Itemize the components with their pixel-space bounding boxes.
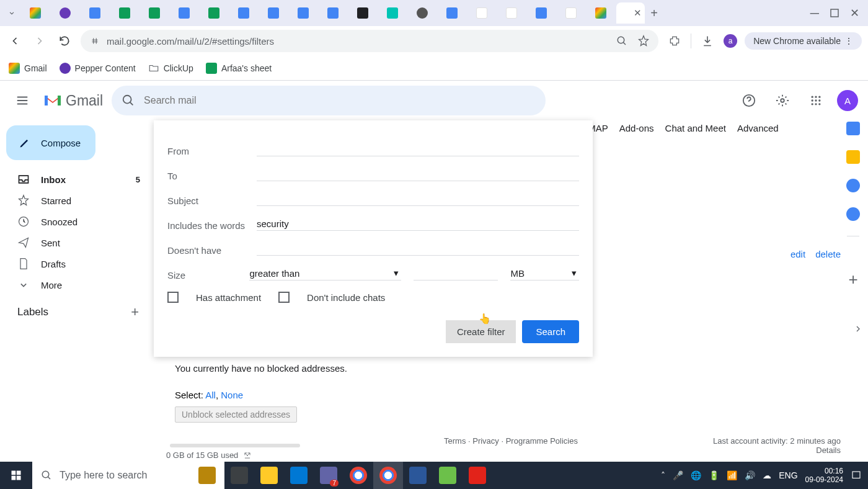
tab-15[interactable]: [438, 2, 466, 24]
sidebar-drafts[interactable]: Drafts: [6, 253, 148, 274]
contacts-icon[interactable]: [846, 207, 860, 221]
filter-edit-link[interactable]: edit: [790, 249, 805, 259]
filter-delete-link[interactable]: delete: [815, 249, 841, 259]
downloads-icon[interactable]: [699, 32, 716, 50]
tab-addons[interactable]: Add-ons: [619, 123, 654, 133]
tab-19[interactable]: [557, 2, 585, 24]
calendar-icon[interactable]: [846, 122, 860, 135]
subject-input[interactable]: [257, 192, 579, 206]
site-info-icon[interactable]: [89, 35, 100, 47]
account-avatar[interactable]: A: [837, 90, 858, 111]
size-operator-select[interactable]: greater than▾: [249, 267, 401, 280]
tab-chat[interactable]: Chat and Meet: [665, 123, 726, 133]
includes-input[interactable]: [257, 217, 579, 231]
tab-gmail[interactable]: [21, 2, 50, 24]
wifi-icon[interactable]: 📶: [727, 470, 737, 480]
word-icon[interactable]: [403, 462, 433, 489]
sidebar-inbox[interactable]: Inbox 5: [6, 169, 148, 190]
unblock-button[interactable]: Unblock selected addresses: [175, 406, 297, 423]
tab-6[interactable]: [170, 2, 198, 24]
bookmark-star-icon[interactable]: [637, 35, 650, 47]
expand-panel-icon[interactable]: [853, 324, 863, 334]
profile-avatar[interactable]: a: [724, 34, 737, 48]
has-attachment-checkbox[interactable]: [167, 292, 179, 303]
tab-20[interactable]: [587, 2, 615, 24]
add-panel-icon[interactable]: +: [848, 270, 857, 289]
tab-14[interactable]: [408, 2, 436, 24]
select-all-link[interactable]: All: [205, 390, 216, 400]
tab-7[interactable]: [200, 2, 228, 24]
gear-icon[interactable]: [770, 88, 795, 113]
help-icon[interactable]: [737, 88, 761, 113]
chrome-icon[interactable]: [343, 462, 373, 489]
chrome-icon-2[interactable]: [373, 462, 403, 489]
new-chrome-chip[interactable]: New Chrome available ⋮: [745, 32, 862, 50]
sidebar-sent[interactable]: Sent: [6, 232, 148, 253]
close-icon[interactable]: ✕: [634, 7, 642, 19]
search-input[interactable]: [144, 95, 536, 106]
select-none-link[interactable]: None: [221, 390, 243, 400]
globe-icon[interactable]: 🌐: [691, 470, 701, 480]
window-minimize[interactable]: ─: [810, 6, 819, 20]
outlook-icon[interactable]: [284, 462, 314, 489]
tab-11[interactable]: [319, 2, 347, 24]
teams-icon[interactable]: 7: [314, 462, 343, 489]
tray-overflow-icon[interactable]: ˄: [661, 470, 665, 480]
apps-grid-icon[interactable]: [804, 88, 828, 113]
start-button[interactable]: [0, 462, 32, 489]
details-link[interactable]: Details: [713, 446, 841, 455]
sidebar-more[interactable]: More: [6, 274, 148, 295]
tab-16[interactable]: [467, 2, 496, 24]
clock[interactable]: 00:16 09-09-2024: [805, 467, 843, 485]
recorder-icon[interactable]: [463, 462, 492, 489]
tab-10[interactable]: [289, 2, 317, 24]
keep-icon[interactable]: [846, 150, 860, 164]
size-value-input[interactable]: [414, 279, 498, 280]
tab-18[interactable]: [527, 2, 556, 24]
task-view-icon[interactable]: [224, 462, 254, 489]
window-close[interactable]: ✕: [850, 6, 859, 20]
mic-icon[interactable]: 🎤: [673, 470, 683, 480]
to-input[interactable]: [257, 168, 579, 181]
size-unit-select[interactable]: MB▾: [510, 267, 579, 280]
create-filter-button[interactable]: Create filter: [446, 320, 516, 343]
footer-links[interactable]: Terms · Privacy · Programme Policies: [444, 436, 578, 446]
explorer-icon[interactable]: [254, 462, 284, 489]
tabs-dropdown[interactable]: [4, 5, 20, 21]
onedrive-icon[interactable]: ☁: [763, 470, 771, 480]
back-button[interactable]: [6, 32, 24, 50]
tasks-icon[interactable]: [846, 179, 860, 192]
bookmark-gmail[interactable]: Gmail: [9, 63, 47, 74]
tab-9[interactable]: [259, 2, 288, 24]
bookmark-clickup[interactable]: ClickUp: [148, 63, 193, 74]
sidebar-starred[interactable]: Starred: [6, 190, 148, 211]
volume-icon[interactable]: 🔊: [745, 470, 755, 480]
new-tab[interactable]: +: [646, 5, 662, 21]
reload-button[interactable]: [56, 32, 73, 50]
url-field[interactable]: mail.google.com/mail/u/2/#settings/filte…: [81, 30, 658, 52]
compose-button[interactable]: Compose: [6, 125, 95, 160]
hamburger-icon[interactable]: [10, 88, 35, 113]
add-label-icon[interactable]: +: [131, 304, 139, 320]
tab-12[interactable]: [348, 2, 377, 24]
from-input[interactable]: [257, 143, 579, 156]
bookmark-pepper[interactable]: Pepper Content: [60, 63, 136, 74]
tab-13[interactable]: [378, 2, 407, 24]
lang-indicator[interactable]: ENG: [779, 470, 797, 480]
gmail-logo[interactable]: Gmail: [43, 92, 103, 109]
search-mail[interactable]: [112, 86, 546, 115]
extensions-icon[interactable]: [666, 32, 683, 50]
tab-active[interactable]: ✕: [616, 2, 645, 24]
window-maximize[interactable]: [830, 9, 839, 17]
tab-5[interactable]: [140, 2, 169, 24]
bookmark-arfaa[interactable]: Arfaa's sheet: [206, 63, 272, 74]
battery-icon[interactable]: 🔋: [709, 470, 719, 480]
tab-2[interactable]: [51, 2, 79, 24]
notifications-icon[interactable]: [851, 470, 862, 481]
no-chats-checkbox[interactable]: [278, 292, 290, 303]
camtasia-icon[interactable]: [433, 462, 463, 489]
forward-button[interactable]: [31, 32, 48, 50]
tab-3[interactable]: [81, 2, 109, 24]
doesnt-input[interactable]: [257, 242, 579, 256]
tab-8[interactable]: [229, 2, 258, 24]
